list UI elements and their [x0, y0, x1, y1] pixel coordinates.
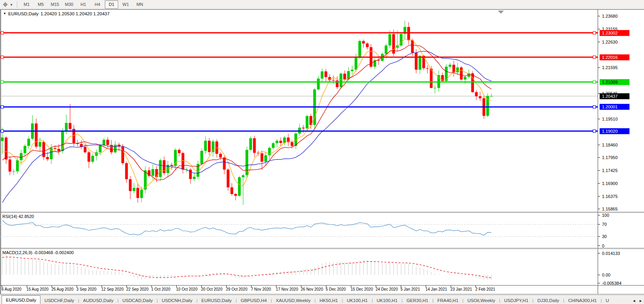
hline-handle[interactable]: [593, 106, 596, 108]
chart-tab-11[interactable]: GER30,H1: [402, 297, 432, 304]
timeframe-toolbar: ▾ M1M5M15M30H1H4D1W1MN: [0, 0, 644, 9]
chart-tab-7[interactable]: XAUUSD,Weekly: [272, 297, 315, 304]
horizontal-lines-layer[interactable]: [0, 31, 598, 132]
chart-tab-17[interactable]: U: [602, 297, 613, 304]
hline-handle[interactable]: [593, 31, 596, 34]
chart-tab-9[interactable]: UK100,H1: [343, 297, 371, 304]
hline-handle[interactable]: [1, 31, 4, 34]
hline-handle[interactable]: [1, 106, 4, 108]
macd-histogram: [2, 254, 491, 280]
chart-tab-14[interactable]: USDJPY,H1: [500, 297, 532, 304]
timeframe-button-h1[interactable]: H1: [77, 0, 90, 9]
chart-tab-4[interactable]: USDCNH,Daily: [158, 297, 196, 304]
timeframe-button-m30[interactable]: M30: [62, 0, 76, 9]
timeframe-button-h4[interactable]: H4: [91, 0, 104, 9]
macd-signal-line: [2, 257, 491, 278]
timeframe-buttons: M1M5M15M30H1H4D1W1MN: [20, 0, 147, 9]
hline-handle[interactable]: [1, 56, 4, 59]
chart-tab-13[interactable]: USOil,Weekly: [463, 297, 499, 304]
chart-tab-6[interactable]: GBPUSD,H4: [237, 297, 271, 304]
chart-tab-5[interactable]: EURUSD,Daily: [198, 297, 236, 304]
chart-tab-bar: EURUSD,DailyUSDCHF,Daily|AUDUSD,Daily|US…: [0, 295, 644, 304]
hline-handle[interactable]: [1, 130, 4, 132]
chart-tab-10[interactable]: UK100,H1: [373, 297, 401, 304]
mt4-window: ▾ M1M5M15M30H1H4D1W1MN ▼ EURUSD,Daily 1.…: [0, 0, 644, 304]
hline-handle[interactable]: [593, 81, 596, 83]
chart-tab-3[interactable]: USDCAD,Daily: [119, 297, 157, 304]
chart-canvas[interactable]: [0, 9, 644, 294]
chart-tab-1[interactable]: USDCHF,Daily: [40, 297, 78, 304]
chart-tab-16[interactable]: CHINA300,H1: [564, 297, 601, 304]
chart-tab-0[interactable]: EURUSD,Daily: [2, 295, 40, 304]
hline-handle[interactable]: [593, 130, 596, 132]
ma-line-slow: [2, 51, 491, 203]
chart-tab-12[interactable]: FRA40,H1: [434, 297, 463, 304]
chart-tab-15[interactable]: DJ30,Daily: [533, 297, 563, 304]
timeframe-button-d1[interactable]: D1: [105, 0, 118, 9]
timeframe-button-w1[interactable]: W1: [119, 0, 132, 9]
chart-window[interactable]: ▼ EURUSD,Daily 1.20420 1.20530 1.20420 1…: [0, 9, 644, 294]
timeframe-button-m1[interactable]: M1: [20, 0, 33, 9]
tab-scroll-right-icon[interactable]: ►: [639, 299, 642, 303]
hline-handle[interactable]: [1, 81, 4, 83]
toolbar-grip: [17, 2, 17, 8]
chart-tab-2[interactable]: AUDUSD,Daily: [79, 297, 117, 304]
tab-scroll-left-icon[interactable]: ◄: [632, 299, 636, 303]
hline-handle[interactable]: [593, 56, 596, 59]
timeframe-button-m15[interactable]: M15: [48, 0, 62, 9]
tool-dropdown-caret[interactable]: ▾: [9, 3, 14, 7]
chart-cursor-icon[interactable]: [1, 1, 9, 8]
timeframe-button-mn[interactable]: MN: [133, 0, 146, 9]
chart-shift-marker-icon[interactable]: [498, 11, 504, 14]
candles-layer: [1, 21, 493, 205]
rsi-line: [2, 220, 491, 235]
timeframe-button-m5[interactable]: M5: [34, 0, 48, 9]
chart-tab-8[interactable]: HK50,H1: [316, 297, 342, 304]
